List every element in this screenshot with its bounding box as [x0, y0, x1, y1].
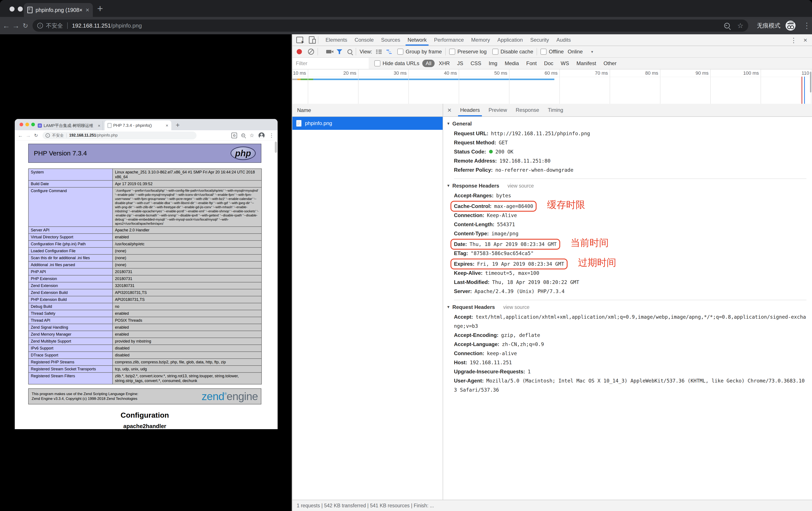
minimize-window-button[interactable]	[18, 6, 23, 11]
details-tab[interactable]: Timing	[544, 104, 568, 116]
group-by-frame-checkbox[interactable]	[397, 49, 403, 55]
overview-waterfall-bar	[292, 79, 554, 80]
offline-checkbox[interactable]	[541, 49, 547, 55]
reload-button[interactable]: ↻	[22, 22, 29, 29]
forward-button[interactable]: →	[12, 22, 20, 30]
filter-input[interactable]	[292, 58, 369, 69]
new-tab-button[interactable]: +	[97, 3, 103, 14]
response-headers-section-header[interactable]: ▼Response Headersview source	[446, 181, 806, 191]
filter-pill[interactable]: Doc	[541, 60, 557, 67]
request-headers-section-header[interactable]: ▼Request Headersview source	[446, 302, 806, 313]
request-row[interactable]: phpinfo.png	[292, 117, 443, 130]
phpinfo-value: POSIX Threads	[113, 317, 262, 324]
phpinfo-key: Zend Multibyte Support	[28, 338, 113, 345]
close-details-icon[interactable]: ×	[447, 107, 452, 113]
header-row: Upgrade-Insecure-Requests:1	[454, 367, 806, 376]
view-overview-icon[interactable]	[386, 50, 392, 54]
header-row: Content-Length:554371	[454, 220, 806, 229]
url-host: 192.168.11.251	[72, 22, 111, 29]
filter-pill[interactable]: Media	[501, 60, 522, 67]
devtools-tab[interactable]: Audits	[553, 34, 575, 46]
status-dot	[489, 150, 493, 154]
details-tab[interactable]: Headers	[456, 104, 484, 116]
mini-minimize-button	[25, 123, 29, 126]
inspect-element-icon[interactable]	[296, 37, 303, 43]
active-tab[interactable]: phpinfo.png (1908×2274) ×	[24, 3, 93, 17]
preserve-log-checkbox[interactable]	[449, 49, 455, 55]
mini-tab2-favicon	[108, 123, 112, 128]
timeline-tick-label: 30 ms	[358, 70, 407, 77]
zend-line1: This program makes use of the Zend Scrip…	[32, 392, 138, 396]
phpinfo-page: PHP Version 7.3.4 php System Linux apach…	[15, 141, 278, 429]
phpinfo-row: System Linux apache_251 3.10.0-862.el7.x…	[28, 169, 262, 180]
mini-zoom-icon	[241, 134, 245, 137]
devtools-close-icon[interactable]: ×	[803, 36, 807, 44]
screenshot-capture-icon[interactable]	[326, 50, 331, 53]
phpinfo-row: Zend Memory Manager enabled	[28, 331, 262, 338]
headers-content: ▼General Request URL:http://192.168.11.2…	[443, 117, 812, 500]
phpinfo-value: (none)	[113, 247, 262, 254]
name-column-header[interactable]: Name	[292, 104, 443, 117]
browser-menu-icon[interactable]: ⋮	[803, 21, 811, 30]
devtools-tab[interactable]: Application	[494, 34, 526, 46]
phpinfo-key: PHP Extension Build	[28, 296, 113, 303]
mini-new-tab-icon: +	[176, 121, 180, 129]
filter-pill[interactable]: XHR	[435, 60, 453, 67]
phpinfo-value: './configure' '--prefix=/usr/local/php' …	[113, 187, 262, 226]
header-row: User-Agent:Mozilla/5.0 (Macintosh; Intel…	[454, 376, 806, 395]
disable-cache-checkbox[interactable]	[492, 49, 498, 55]
devtools-tab[interactable]: Elements	[322, 34, 351, 46]
devtools-tab[interactable]: Security	[527, 34, 553, 46]
phpinfo-key: Loaded Configuration File	[28, 247, 113, 254]
details-tab[interactable]: Response	[512, 104, 544, 116]
phpinfo-key: Debug Build	[28, 303, 113, 310]
view-source-link[interactable]: view source	[508, 183, 534, 189]
devtools-tab[interactable]: Performance	[430, 34, 467, 46]
filter-pill[interactable]: Manifest	[573, 60, 600, 67]
browser-window: phpinfo.png (1908×2274) × + ← → ↻ i 不安全 …	[0, 0, 812, 511]
mini-forward-icon: →	[26, 132, 31, 138]
phpinfo-key: Thread API	[28, 317, 113, 324]
record-icon[interactable]	[297, 49, 302, 54]
details-tab[interactable]: Preview	[484, 104, 511, 116]
filter-icon[interactable]	[337, 49, 342, 54]
view-list-icon[interactable]	[376, 50, 382, 54]
throttling-select[interactable]: Online	[568, 49, 583, 55]
general-section-header[interactable]: ▼General	[446, 118, 806, 129]
devtools-tab[interactable]: Console	[351, 34, 377, 46]
address-bar[interactable]: i 不安全 192.168.11.251 /phpinfo.png ☆	[32, 20, 748, 32]
back-button[interactable]: ←	[3, 22, 10, 30]
timeline-tick-label: 100 ms	[710, 70, 759, 77]
header-row: Accept-Language:zh-CN,zh;q=0.9	[454, 340, 806, 349]
filter-pill[interactable]: WS	[557, 60, 572, 67]
search-icon[interactable]	[347, 49, 352, 54]
close-window-button[interactable]	[9, 6, 14, 11]
document-icon	[296, 120, 301, 127]
mini-window-controls	[20, 123, 35, 126]
device-toolbar-icon[interactable]	[309, 36, 315, 44]
devtools-tab[interactable]: Memory	[468, 34, 494, 46]
zoom-icon[interactable]	[724, 23, 730, 28]
filter-pill[interactable]: All	[422, 60, 435, 67]
devtools-tab[interactable]: Network	[404, 34, 430, 46]
clear-icon[interactable]	[308, 49, 314, 55]
tab-close-icon[interactable]: ×	[85, 7, 89, 13]
devtools-more-icon[interactable]: ⋮	[790, 36, 797, 44]
network-overview[interactable]: 10 ms20 ms30 ms40 ms50 ms60 ms70 ms80 ms…	[292, 70, 812, 104]
phpinfo-value: enabled	[113, 310, 262, 317]
phpinfo-row: IPv6 Support disabled	[28, 345, 262, 352]
filter-pill[interactable]: JS	[454, 60, 466, 67]
chevron-down-icon[interactable]: ▼	[590, 50, 594, 54]
filter-pill[interactable]: Other	[600, 60, 620, 67]
filter-pill[interactable]: Font	[523, 60, 540, 67]
filter-pill[interactable]: CSS	[467, 60, 485, 67]
hide-data-urls-checkbox[interactable]	[374, 60, 380, 66]
bookmark-star-icon[interactable]: ☆	[737, 22, 744, 29]
mini-url-host: 192.168.11.251	[69, 133, 96, 138]
phpinfo-row: Additional .ini files parsed (none)	[28, 261, 262, 268]
header-row: ETag:"87583-586c9ac654ca5"	[454, 249, 806, 258]
view-source-link[interactable]: view source	[503, 304, 529, 310]
filter-pill[interactable]: Img	[485, 60, 500, 67]
devtools-tab[interactable]: Sources	[377, 34, 404, 46]
site-info-icon[interactable]: i	[37, 23, 43, 28]
